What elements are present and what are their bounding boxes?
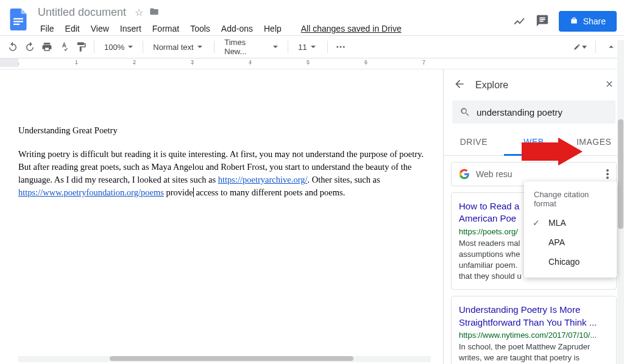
editing-mode-icon[interactable]: [573, 40, 587, 54]
document-page[interactable]: Understanding Great Poetry Writing poetr…: [0, 69, 443, 364]
menu-file[interactable]: File: [35, 21, 59, 36]
toolbar: 100% Normal text Times New... 11: [0, 35, 624, 58]
ruler[interactable]: 1 2 3 4 5 6 7: [0, 58, 624, 69]
font-select[interactable]: Times New...: [221, 38, 282, 56]
doc-paragraph: Writing poetry is difficult but reading …: [18, 148, 425, 199]
style-select[interactable]: Normal text: [149, 43, 208, 52]
activity-icon[interactable]: [512, 14, 526, 29]
menu-insert[interactable]: Insert: [115, 21, 146, 36]
collapse-icon[interactable]: [604, 40, 618, 54]
explore-title: Explore: [475, 80, 595, 91]
docs-logo-icon[interactable]: [7, 5, 29, 34]
move-folder-icon[interactable]: [149, 7, 159, 18]
link-poetryfoundation[interactable]: https://www.poetryfoundation.org/poems: [18, 187, 164, 197]
tab-drive[interactable]: DRIVE: [444, 130, 504, 155]
comments-icon[interactable]: [536, 14, 549, 29]
spellcheck-icon[interactable]: [57, 40, 71, 54]
citation-option-apa[interactable]: APA: [524, 233, 617, 252]
result-desc: In school, the poet Matthew Zapruder wri…: [459, 341, 609, 364]
save-status[interactable]: All changes saved in Drive: [296, 21, 406, 36]
svg-rect-2: [13, 24, 20, 25]
explore-search[interactable]: [452, 100, 615, 124]
document-title[interactable]: Untitled document: [35, 5, 129, 20]
explore-panel: Explore DRIVE WEB IMAGES Web resu Change…: [443, 69, 624, 364]
menu-addons[interactable]: Add-ons: [216, 21, 258, 36]
menu-edit[interactable]: Edit: [60, 21, 85, 36]
svg-point-3: [337, 46, 339, 48]
document-scroll[interactable]: Understanding Great Poetry Writing poetr…: [0, 69, 443, 364]
font-size-select[interactable]: 11: [294, 43, 321, 52]
menu-bar: File Edit View Insert Format Tools Add-o…: [35, 21, 512, 36]
svg-rect-1: [13, 21, 23, 22]
search-icon: [459, 107, 470, 117]
more-options-icon[interactable]: [606, 169, 609, 179]
share-button[interactable]: Share: [559, 11, 617, 32]
horizontal-scrollbar[interactable]: [18, 356, 431, 362]
tab-images[interactable]: IMAGES: [564, 130, 624, 155]
star-icon[interactable]: ☆: [135, 7, 143, 18]
citation-format-menu: Change citation format MLA APA Chicago: [524, 181, 617, 278]
citation-option-mla[interactable]: MLA: [524, 213, 617, 233]
tab-web[interactable]: WEB: [504, 130, 564, 156]
web-results-label: Web resu: [476, 169, 512, 179]
close-icon[interactable]: [604, 79, 614, 91]
share-label: Share: [583, 16, 606, 26]
link-poetryarchive[interactable]: https://poetryarchive.org/: [218, 175, 308, 184]
more-tools-icon[interactable]: [334, 40, 347, 54]
undo-icon[interactable]: [6, 40, 20, 54]
doc-heading: Understanding Great Poetry: [18, 124, 425, 137]
search-result-2[interactable]: Understanding Poetry Is More Straightfor…: [451, 296, 617, 364]
menu-tools[interactable]: Tools: [185, 21, 215, 36]
paint-format-icon[interactable]: [74, 40, 88, 54]
result-title[interactable]: Understanding Poetry Is More Straightfor…: [459, 304, 609, 329]
vertical-scrollbar[interactable]: [617, 40, 624, 364]
back-icon[interactable]: [453, 78, 466, 92]
citation-menu-header: Change citation format: [524, 187, 617, 213]
svg-point-5: [343, 46, 345, 48]
svg-rect-0: [13, 18, 23, 19]
menu-help[interactable]: Help: [259, 21, 286, 36]
google-icon: [459, 169, 470, 180]
svg-point-4: [340, 46, 342, 48]
menu-format[interactable]: Format: [147, 21, 184, 36]
redo-icon[interactable]: [23, 40, 37, 54]
citation-option-chicago[interactable]: Chicago: [524, 252, 617, 271]
result-url: https://www.nytimes.com/2017/07/10/...: [459, 331, 609, 340]
menu-view[interactable]: View: [86, 21, 114, 36]
explore-search-input[interactable]: [477, 107, 608, 117]
print-icon[interactable]: [40, 40, 54, 54]
zoom-select[interactable]: 100%: [101, 43, 136, 52]
